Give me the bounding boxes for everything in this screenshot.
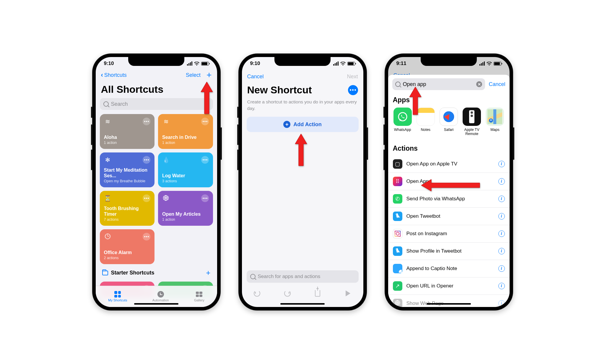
info-icon[interactable]: i <box>498 265 505 272</box>
clear-search-button[interactable]: ✕ <box>476 81 482 87</box>
whatsapp-icon: ✆ <box>393 194 402 204</box>
more-icon[interactable] <box>143 156 150 164</box>
redo-button[interactable] <box>284 290 291 297</box>
tile-sub: 3 actions <box>162 179 209 183</box>
bottom-toolbar <box>242 285 363 302</box>
page-title: New Shortcut <box>247 84 312 96</box>
app-maps[interactable]: Maps <box>484 108 505 136</box>
cancel-button[interactable]: Cancel <box>489 81 505 87</box>
info-icon[interactable]: i <box>498 230 505 237</box>
safari-icon <box>440 108 458 126</box>
tile-sub: 7 actions <box>104 217 151 222</box>
info-icon[interactable]: i <box>498 248 505 254</box>
folder-label: Starter Shortcuts <box>111 270 154 276</box>
info-icon[interactable]: i <box>498 300 505 307</box>
search-input[interactable]: Search <box>100 98 213 110</box>
signal-icon <box>333 61 339 66</box>
actions-header: Actions <box>388 142 510 155</box>
tutorial-arrow-up-icon <box>295 134 308 166</box>
phone-2: 9:10 Cancel Next New Shortcut Create a s… <box>238 53 367 311</box>
tab-automation[interactable]: Automation <box>152 291 169 302</box>
action-send-photo-whatsapp[interactable]: ✆Send Photo via WhatsAppi <box>388 190 510 208</box>
more-icon[interactable] <box>201 156 209 164</box>
instagram-icon <box>393 229 402 238</box>
tile-title: Open My Articles <box>162 211 209 217</box>
tab-gallery[interactable]: Gallery <box>194 291 204 302</box>
app-appletv-remote[interactable]: Apple TV Remote <box>461 108 482 136</box>
action-post-instagram[interactable]: Post on Instagrami <box>388 225 510 243</box>
tile-title: Office Alarm <box>104 250 151 255</box>
settings-button[interactable] <box>348 85 358 95</box>
page-description: Create a shortcut to actions you do in y… <box>242 97 363 117</box>
signal-icon <box>187 61 192 66</box>
grid-icon <box>114 291 121 298</box>
shortcut-tile-meditation[interactable]: ✻ Start My Meditation Ses...Open my Brea… <box>100 152 155 187</box>
share-button[interactable] <box>314 290 321 297</box>
folder-add-button[interactable]: + <box>206 268 210 277</box>
shortcut-tile-aloha[interactable]: ≋ Aloha1 action <box>100 114 155 149</box>
more-icon[interactable] <box>143 118 150 125</box>
action-open-tweetbot[interactable]: 🐦︎Open Tweetboti <box>388 208 510 225</box>
info-icon[interactable]: i <box>498 178 505 185</box>
action-search-input[interactable]: Open app ✕ <box>392 78 485 90</box>
add-shortcut-button[interactable]: + <box>206 72 212 78</box>
tile-title: Tooth Brushing Timer <box>104 206 151 217</box>
wifi-icon <box>194 62 199 66</box>
action-show-profile-tweetbot[interactable]: 🐦︎Show Profile in Tweetboti <box>388 243 510 260</box>
home-indicator[interactable] <box>427 303 471 305</box>
sparkle-icon: ✻ <box>104 156 112 164</box>
select-button[interactable]: Select <box>186 72 201 78</box>
next-button[interactable]: Next <box>347 74 358 80</box>
info-icon[interactable]: i <box>498 213 505 220</box>
more-icon[interactable] <box>201 118 209 125</box>
undo-button[interactable] <box>253 290 261 297</box>
run-button[interactable] <box>344 290 352 297</box>
folder-row[interactable]: Starter Shortcuts + <box>96 264 217 280</box>
home-indicator[interactable] <box>280 303 325 305</box>
action-open-app-apple-tv[interactable]: ▢Open App on Apple TVi <box>388 155 510 173</box>
action-open-url-opener[interactable]: ↗Open URL in Openeri <box>388 277 510 295</box>
info-icon[interactable]: i <box>498 161 505 167</box>
shortcut-tile-search-drive[interactable]: ≋ Search in Drive1 action <box>158 114 213 149</box>
battery-icon <box>347 62 355 66</box>
info-icon[interactable]: i <box>498 283 505 289</box>
action-append-captio[interactable]: Append to Captio Notei <box>388 260 510 277</box>
action-search-input[interactable]: Search for apps and actions <box>247 270 359 283</box>
more-icon[interactable] <box>201 194 209 202</box>
shortcut-tile-log-water[interactable]: 💧 Log Water3 actions <box>158 152 213 187</box>
shortcut-tile-articles[interactable]: 🌐︎ Open My Articles1 action <box>158 191 213 226</box>
phone-3: 9:11 Cancel Open app ✕ Cancel Apps <box>385 53 513 311</box>
tutorial-arrow-left-icon <box>421 179 480 192</box>
actions-list: ▢Open App on Apple TVi ⠿Open Appi ✆Send … <box>388 155 510 307</box>
back-label: Shortcuts <box>104 72 127 78</box>
more-icon[interactable] <box>143 194 150 202</box>
action-show-web-page[interactable]: 🌐︎Show Web Pagei <box>388 295 510 307</box>
maps-icon <box>486 108 504 126</box>
home-indicator[interactable] <box>134 303 178 305</box>
search-value: Open app <box>403 81 474 87</box>
info-icon[interactable]: i <box>498 196 505 202</box>
apps-row: WhatsApp Notes Safari Apple TV Remote Ma… <box>388 107 510 142</box>
add-action-button[interactable]: + Add Action <box>247 117 359 132</box>
more-icon[interactable] <box>143 233 150 240</box>
shortcut-tile-tooth-timer[interactable]: ⏳ Tooth Brushing Timer7 actions <box>100 191 155 226</box>
plus-circle-icon: + <box>283 121 290 128</box>
tile-title: Log Water <box>162 173 209 178</box>
app-safari[interactable]: Safari <box>438 108 459 136</box>
tile-sub: 1 action <box>162 141 209 145</box>
tutorial-arrow-up-icon <box>409 87 422 115</box>
search-icon <box>395 82 401 87</box>
cancel-button[interactable]: Cancel <box>247 74 264 80</box>
opener-icon: ↗ <box>393 281 402 291</box>
captio-icon <box>393 264 402 273</box>
back-button[interactable]: ‹ Shortcuts <box>101 72 127 78</box>
stack-icon: ≋ <box>162 118 170 125</box>
search-icon <box>250 274 256 279</box>
status-time: 9:10 <box>104 61 114 66</box>
stack-icon: ≋ <box>104 118 112 125</box>
folder-icon <box>102 271 108 275</box>
apps-header: Apps <box>388 93 510 107</box>
tile-sub: Open my Breathe Bubble <box>104 179 151 183</box>
tab-my-shortcuts[interactable]: My Shortcuts <box>108 291 127 302</box>
shortcut-tile-office-alarm[interactable]: 🕒︎ Office Alarm2 actions <box>100 229 155 264</box>
